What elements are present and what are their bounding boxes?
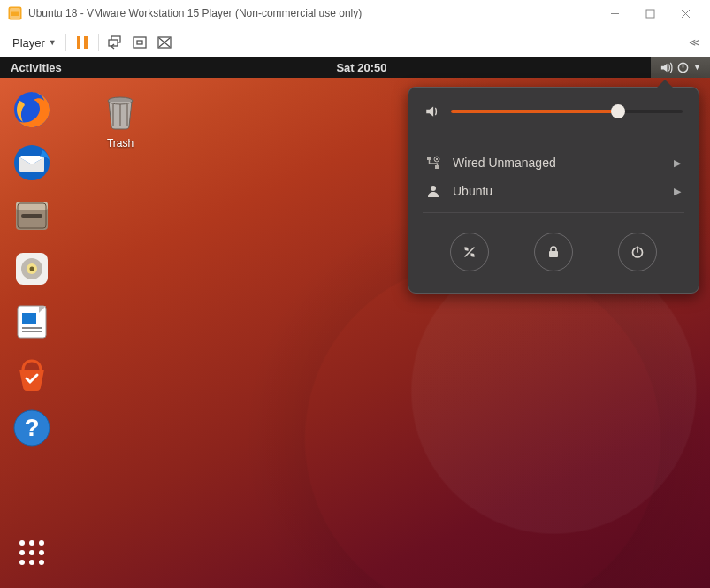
send-ctrl-alt-del-button[interactable] [103,30,127,55]
separator [98,34,99,51]
trash-icon [99,92,141,134]
svg-point-33 [431,186,436,191]
player-menu-label: Player [12,36,45,50]
minimize-button[interactable] [597,1,632,26]
power-icon [630,245,645,259]
separator [65,34,66,51]
dock: ? [0,78,64,588]
dock-icon-ubuntu-software[interactable] [9,352,55,398]
unity-mode-button[interactable] [152,30,177,55]
fullscreen-button[interactable] [127,30,152,55]
settings-button[interactable] [450,233,489,271]
close-button[interactable] [668,1,703,26]
svg-rect-8 [137,41,142,44]
dock-icon-thunderbird[interactable] [9,140,55,186]
trash-label: Trash [88,137,152,149]
svg-rect-23 [22,327,42,329]
action-row [423,220,684,273]
svg-rect-7 [134,37,146,48]
chevron-right-icon: ▶ [674,186,681,197]
dock-icon-help[interactable]: ? [9,405,55,451]
dock-icon-rhythmbox[interactable] [9,246,55,292]
svg-point-20 [30,267,34,271]
player-menu[interactable]: Player ▼ [7,34,62,52]
collapse-toolbar-button[interactable]: ≪ [685,36,703,49]
vmware-logo-icon [7,5,23,21]
power-icon [676,61,690,74]
svg-text:?: ? [24,414,39,441]
maximize-button[interactable] [632,1,668,26]
svg-rect-4 [84,36,88,49]
apps-grid-icon [19,540,44,565]
svg-point-35 [472,254,475,256]
separator [423,212,684,213]
system-status-area[interactable]: ▼ [651,57,710,78]
svg-rect-30 [427,157,431,160]
clock[interactable]: Sat 20:50 [73,61,651,74]
svg-point-34 [466,248,469,250]
volume-icon [424,103,440,119]
pause-button[interactable] [70,30,95,55]
guest-desktop: Activities Sat 20:50 ▼ ? [0,57,710,588]
volume-slider-fill [451,110,618,113]
settings-icon [462,245,477,259]
user-icon [426,184,440,198]
svg-rect-3 [77,36,80,49]
system-menu-popover: Wired Unmanaged ▶ Ubuntu ▶ [408,87,699,294]
dock-icon-firefox[interactable] [9,87,55,133]
volume-slider[interactable] [451,110,683,113]
activities-button[interactable]: Activities [0,61,73,74]
dock-icon-libreoffice-writer[interactable] [9,299,55,345]
vmware-titlebar: Ubuntu 18 - VMware Workstation 15 Player… [0,0,710,27]
svg-rect-36 [549,251,558,257]
user-label: Ubuntu [453,184,661,198]
chevron-down-icon: ▼ [693,63,701,72]
wired-network-icon [426,156,440,170]
desktop-icon-trash[interactable]: Trash [88,92,152,149]
svg-rect-22 [22,313,36,324]
svg-rect-24 [22,331,42,332]
chevron-right-icon: ▶ [674,157,681,169]
volume-row [423,100,684,134]
volume-icon [660,61,673,74]
power-button[interactable] [618,233,657,271]
lock-icon [546,245,561,259]
menu-item-network[interactable]: Wired Unmanaged ▶ [423,149,684,177]
lock-button[interactable] [534,233,573,271]
svg-rect-15 [21,214,42,218]
chevron-down-icon: ▼ [49,38,57,47]
svg-rect-2 [646,10,654,18]
menu-item-user[interactable]: Ubuntu ▶ [423,177,684,205]
network-label: Wired Unmanaged [453,156,661,170]
dock-icon-files[interactable] [9,193,55,239]
vmware-toolbar: Player ▼ ≪ [0,27,710,58]
separator [423,141,684,141]
svg-rect-31 [435,165,439,169]
show-applications-button[interactable] [9,530,55,576]
volume-slider-thumb [611,104,625,118]
gnome-topbar: Activities Sat 20:50 ▼ [0,57,710,78]
window-title: Ubuntu 18 - VMware Workstation 15 Player… [28,7,362,19]
